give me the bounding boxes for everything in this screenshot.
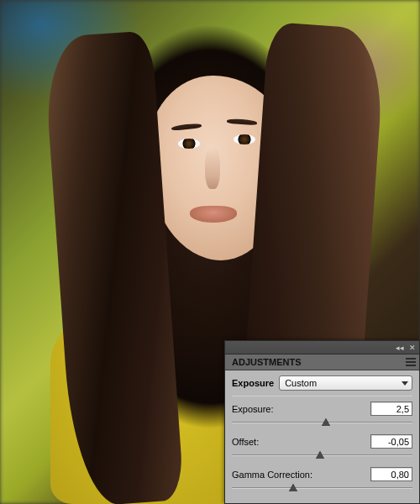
collapse-icon[interactable]: ◂◂ (396, 344, 404, 352)
panel-tabbar: ◂◂ ✕ (225, 341, 419, 354)
subject-eye (178, 139, 200, 149)
panel-body: Exposure Custom Exposure: Offset: (225, 370, 419, 503)
adjustment-name: Exposure (232, 378, 274, 388)
gamma-slider-group: Gamma Correction: (232, 467, 412, 493)
offset-track[interactable] (232, 450, 412, 460)
adjustments-panel: ◂◂ ✕ ADJUSTMENTS Exposure Custom Exposur… (224, 340, 420, 504)
chevron-down-icon (402, 381, 408, 386)
panel-title[interactable]: ADJUSTMENTS (225, 354, 308, 370)
panel-menu-icon[interactable] (404, 355, 417, 369)
gamma-thumb[interactable] (289, 484, 297, 491)
divider (232, 396, 412, 396)
preset-value: Custom (285, 378, 317, 388)
preset-dropdown[interactable]: Custom (279, 375, 412, 391)
subject-lips (190, 206, 237, 223)
exposure-thumb[interactable] (322, 418, 330, 426)
gamma-input[interactable] (370, 467, 412, 481)
offset-input[interactable] (370, 434, 412, 449)
panel-title-row: ADJUSTMENTS (225, 354, 419, 370)
gamma-track[interactable] (232, 483, 412, 493)
exposure-track[interactable] (232, 417, 412, 428)
close-icon[interactable]: ✕ (409, 344, 416, 352)
exposure-label: Exposure: (232, 404, 274, 414)
offset-thumb[interactable] (316, 451, 324, 459)
gamma-label: Gamma Correction: (232, 470, 312, 480)
exposure-slider-group: Exposure: (232, 402, 412, 428)
exposure-input[interactable] (370, 402, 412, 416)
subject-nose (205, 147, 220, 189)
offset-slider-group: Offset: (232, 434, 412, 460)
subject-eye (234, 134, 255, 144)
offset-label: Offset: (232, 437, 259, 447)
